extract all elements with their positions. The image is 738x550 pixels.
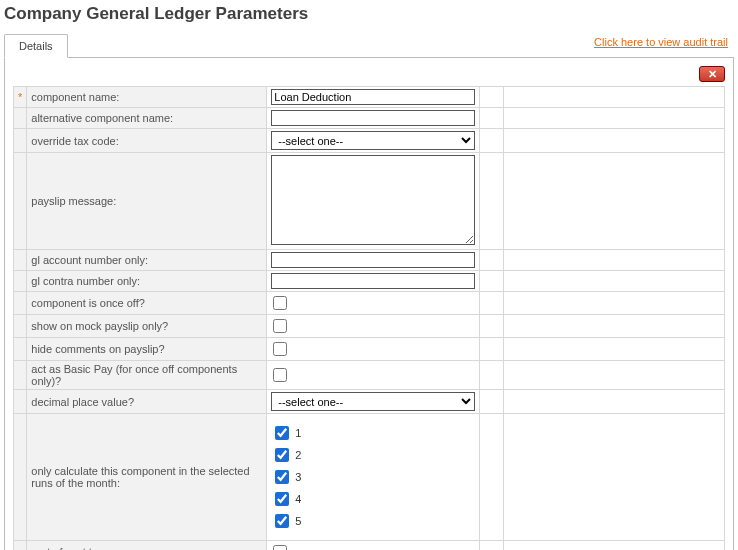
decimal-select[interactable]: --select one-- <box>271 392 475 411</box>
once-off-checkbox[interactable] <box>273 296 287 310</box>
runs-group: 1 2 3 4 5 <box>271 416 475 538</box>
close-icon[interactable]: ✕ <box>699 66 725 82</box>
run-1-label: 1 <box>295 427 301 439</box>
alt-component-name-input[interactable] <box>271 110 475 126</box>
basic-pay-checkbox[interactable] <box>273 368 287 382</box>
override-tax-code-select[interactable]: --select one-- <box>271 131 475 150</box>
required-mark: * <box>14 87 27 108</box>
once-off-label: component is once off? <box>27 292 267 315</box>
hide-comments-checkbox[interactable] <box>273 342 287 356</box>
run-1-checkbox[interactable] <box>275 426 289 440</box>
run-5-checkbox[interactable] <box>275 514 289 528</box>
run-5: 5 <box>273 512 473 530</box>
component-name-input[interactable] <box>271 89 475 105</box>
audit-trail-link[interactable]: Click here to view audit trail <box>594 36 728 48</box>
run-5-label: 5 <box>295 515 301 527</box>
run-4-checkbox[interactable] <box>275 492 289 506</box>
page-title: Company General Ledger Parameters <box>0 0 738 32</box>
mock-payslip-label: show on mock payslip only? <box>27 315 267 338</box>
hide-comments-label: hide comments on payslip? <box>27 338 267 361</box>
basic-pay-label: act as Basic Pay (for once off component… <box>27 361 267 390</box>
alt-component-name-label: alternative component name: <box>27 108 267 129</box>
gl-contra-input[interactable] <box>271 273 475 289</box>
run-3-label: 3 <box>295 471 301 483</box>
run-4: 4 <box>273 490 473 508</box>
run-3-checkbox[interactable] <box>275 470 289 484</box>
gl-account-input[interactable] <box>271 252 475 268</box>
cost-to-company-label: part of cost to company: <box>27 541 267 551</box>
details-panel: ✕ * component name: alternative componen… <box>4 58 734 550</box>
run-3: 3 <box>273 468 473 486</box>
run-1: 1 <box>273 424 473 442</box>
cost-to-company-checkbox[interactable] <box>273 545 287 550</box>
run-2: 2 <box>273 446 473 464</box>
run-2-checkbox[interactable] <box>275 448 289 462</box>
decimal-label: decimal place value? <box>27 390 267 414</box>
run-2-label: 2 <box>295 449 301 461</box>
payslip-message-textarea[interactable] <box>271 155 475 245</box>
run-4-label: 4 <box>295 493 301 505</box>
override-tax-code-label: override tax code: <box>27 129 267 153</box>
tab-details[interactable]: Details <box>4 34 68 58</box>
gl-contra-label: gl contra number only: <box>27 271 267 292</box>
form-table: * component name: alternative component … <box>13 86 725 550</box>
runs-label: only calculate this component in the sel… <box>27 414 267 541</box>
component-name-label: component name: <box>27 87 267 108</box>
gl-account-label: gl account number only: <box>27 250 267 271</box>
mock-payslip-checkbox[interactable] <box>273 319 287 333</box>
tab-bar: Details Click here to view audit trail <box>4 32 734 58</box>
payslip-message-label: payslip message: <box>27 153 267 250</box>
